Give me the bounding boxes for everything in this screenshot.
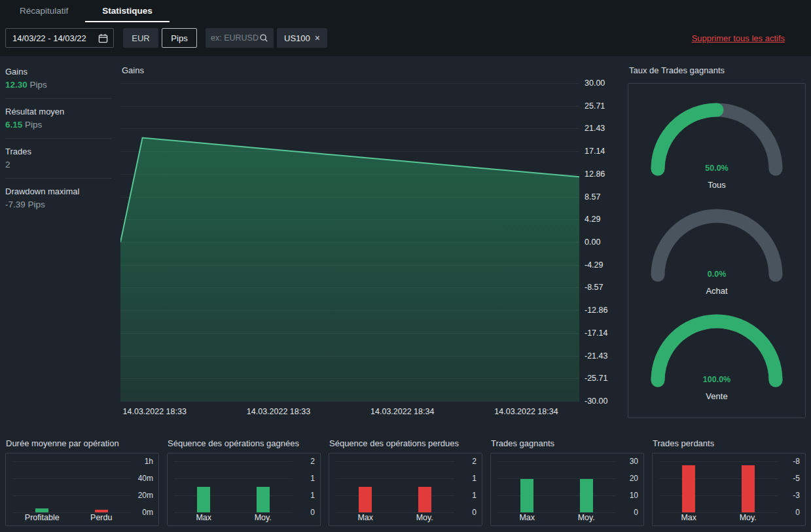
stat-value: 12.30 Pips [5,80,111,90]
category-label: Max [174,513,234,522]
delete-all-assets-link[interactable]: Supprimer tous les actifs [692,33,785,43]
y-tick-label: 0m [134,508,153,517]
gauge-tous: 50.0%Tous [645,100,789,190]
gauge-vente: 100.0%Vente [645,311,789,401]
gauge-label: Vente [645,391,789,401]
date-range-value: 14/03/22 - 14/03/22 [12,33,86,43]
x-tick-label: 14.03.2022 18:34 [370,407,434,416]
area-fill [120,137,579,401]
mini-plot: 1h40m20m0m [12,461,131,512]
y-tick-label: -21.43 [585,351,607,361]
bar-perdu [95,510,108,512]
gains-chart-xaxis: 14.03.2022 18:3314.03.2022 18:3314.03.20… [120,401,616,418]
bar-cell [12,461,72,512]
x-tick-label: 14.03.2022 18:34 [494,407,558,416]
bar-cell [234,461,293,512]
y-tick-label: 40m [134,474,153,483]
currency-eur-button[interactable]: EUR [123,28,158,48]
stat-label: Résultat moyen [5,107,111,116]
main-content: Gains 12.30 Pips Résultat moyen 6.15 Pip… [0,56,811,418]
symbol-search-input[interactable] [211,33,259,43]
gauge-percent: 50.0% [645,164,789,173]
stat-value: -7.39 Pips [5,200,111,209]
category-label: Moy. [395,513,455,522]
y-tick-label: 12.86 [585,169,605,179]
category-labels: MaxMoy. [174,513,293,522]
panel-title: Durée moyenne par opération [6,438,159,448]
calendar-icon[interactable] [98,33,108,43]
y-tick-label: 2 [457,457,477,466]
app-root: Récapitulatif Statistiques 14/03/22 - 14… [0,0,811,532]
y-tick-label: 0 [780,508,800,517]
mini-plot: 2110 [336,461,454,512]
gauge-label: Achat [645,286,789,296]
stat-trades: Trades 2 [5,138,111,178]
stat-label: Gains [5,67,111,77]
y-tick-label: 1 [457,474,477,483]
remove-asset-icon[interactable]: × [315,33,320,43]
y-tick-label: 1 [295,474,315,483]
bars [174,461,293,512]
bar-max [520,479,533,512]
gains-chart-plot-row: 30.0025.7121.4317.1412.868.574.290.00-4.… [120,83,616,401]
mini-chart: -8-5-30MaxMoy. [652,453,806,526]
gains-chart-yaxis: 30.0025.7121.4317.1412.868.574.290.00-4.… [579,83,616,401]
stat-value: 6.15 Pips [5,120,111,130]
stat-drawdown-maximal: Drawdown maximal -7.39 Pips [5,178,111,218]
bottom-charts-row: Durée moyenne par opération 1h40m20m0mPr… [5,438,806,526]
gains-area-chart [120,83,579,401]
category-labels: MaxMoy. [336,513,454,522]
y-tick-label: 1h [134,457,153,466]
bar-max [359,487,372,512]
y-tick-label: -5 [780,474,800,483]
stat-value: 2 [5,160,111,169]
asset-chip-us100[interactable]: US100 × [277,28,327,48]
bar-cell [395,461,455,512]
stat-unit: Pips [25,120,42,130]
loss-streak-panel: Séquence des opérations perdues 2110MaxM… [329,438,482,526]
bars [497,461,616,512]
mini-chart: 2110MaxMoy. [329,453,482,526]
bar-moy [257,487,270,512]
bar-moy [418,487,431,512]
gauge-achat: 0.0%Achat [645,206,789,296]
category-label: Moy. [719,513,778,522]
gauge-label: Tous [645,180,789,190]
y-tick-label: -8 [780,457,800,466]
gains-chart-title: Gains [122,65,616,75]
category-labels: ProfitablePerdu [12,513,131,522]
win-streak-panel: Séquence des opérations gagnées 2110MaxM… [167,438,321,526]
date-range-input[interactable]: 14/03/22 - 14/03/22 [5,28,114,48]
search-icon[interactable] [259,33,268,43]
bar-cell [659,461,719,512]
y-tick-label: 2 [295,457,315,466]
bar-cell [174,461,234,512]
panel-title: Séquence des opérations perdues [329,438,482,448]
bar-cell [72,461,132,512]
y-tick-label: 0 [457,508,477,517]
category-label: Max [659,513,719,522]
stat-label: Trades [5,147,111,156]
y-tick-label: 25.71 [585,101,605,111]
bar-cell [719,461,778,512]
units-pips-button[interactable]: Pips [162,28,197,48]
header: Récapitulatif Statistiques 14/03/22 - 14… [0,0,811,56]
panel-title: Trades perdants [653,438,806,448]
mini-chart: 2110MaxMoy. [167,453,321,526]
mini-chart: 1h40m20m0mProfitablePerdu [5,453,159,526]
y-tick-label: 0.00 [585,238,600,247]
bar-cell [336,461,395,512]
category-label: Moy. [557,513,617,522]
symbol-search[interactable] [206,28,274,48]
gains-chart-panel: Gains 30.0025.7121.4317.1412. [120,64,616,418]
y-tick-label: 1 [457,491,477,500]
tab-statistiques[interactable]: Statistiques [85,0,170,22]
x-tick-label: 14.03.2022 18:33 [123,407,187,416]
stat-gains: Gains 12.30 Pips [5,64,111,98]
winning-trades-panel: Trades gagnants 3020100MaxMoy. [490,438,644,526]
mini-plot: -8-5-30 [659,461,778,512]
x-tick-label: 14.03.2022 18:33 [247,407,310,416]
stat-label: Drawdown maximal [5,186,111,196]
tab-recapitulatif[interactable]: Récapitulatif [3,0,85,22]
bar-moy [580,479,593,512]
